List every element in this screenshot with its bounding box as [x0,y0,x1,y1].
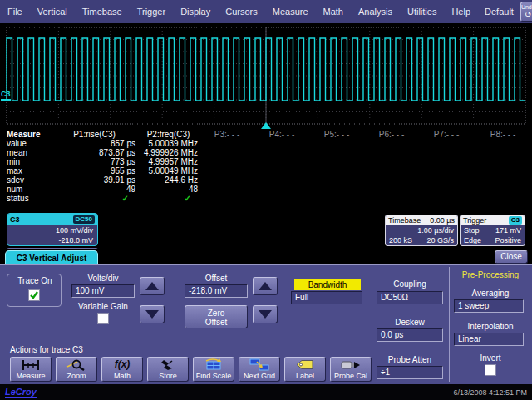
row-label-sdev: sdev [0,175,52,185]
math-action-label: Math [102,372,142,381]
undo-button[interactable]: Undo ↺ [520,2,532,22]
probe-cal-action-label: Probe Cal [331,372,371,381]
trigger-descriptor[interactable]: Trigger C3 Stop 171 mV Edge Positive [460,215,525,246]
interpolation-field[interactable]: Linear [454,333,524,346]
p2-min: 4.99957 MHz [137,157,200,166]
p8-header[interactable]: P8:- - - [474,130,532,139]
dialog-body: Trace On Volts/div 100 mV Variable Gain … [0,264,532,384]
next-grid-action-button[interactable]: Next Grid [239,357,280,382]
trigger-source-badge: C3 [509,216,522,225]
offset-up-button[interactable] [253,277,278,295]
close-button[interactable]: Close [495,250,528,264]
menu-help[interactable]: Help [444,7,478,17]
trace-on-checkbox[interactable] [28,289,40,301]
timebase-descriptor[interactable]: Timebase 0.00 µs 1.00 µs/div 200 kS 20 G… [385,215,458,246]
label-tag-icon [285,358,325,372]
menu-math[interactable]: Math [316,7,351,17]
p1-num: 49 [52,185,137,194]
menu-utilities[interactable]: Utilities [400,7,444,17]
timebase-title: Timebase [388,215,421,225]
find-scale-action-button[interactable]: Find Scale [193,357,234,382]
lecroy-logo: LeCroy [5,387,37,398]
probe-cal-action-button[interactable]: Probe Cal [330,357,372,382]
coupling-label: Coupling [377,279,443,289]
measure-row-num: num 49 48 [0,185,532,194]
next-grid-icon [239,358,279,372]
p1-header[interactable]: P1:rise(C3) [52,130,137,139]
undo-icon: ↺ [521,11,532,19]
measure-action-label: Measure [11,372,51,381]
trigger-slope: Positive [495,235,521,245]
menu-measure[interactable]: Measure [265,7,316,17]
p2-value: 5.00039 MHz [137,139,200,148]
volts-div-up-button[interactable] [140,277,165,295]
variable-gain-label: Variable Gain [71,302,135,311]
zoom-action-button[interactable]: Zoom [56,357,97,382]
invert-checkbox[interactable] [485,364,496,376]
timebase-scale: 1.00 µs/div [417,225,454,235]
down-arrow-icon [259,310,272,319]
averaging-label: Averaging [454,289,527,298]
p3-header[interactable]: P3:- - - [200,130,254,139]
down-arrow-icon [145,310,159,319]
channel-position-marker[interactable]: C3 [1,91,11,101]
menu-file[interactable]: File [0,7,30,17]
menu-vertical[interactable]: Vertical [30,7,75,17]
measure-action-button[interactable]: Measure [10,357,52,382]
p1-value: 857 ps [52,139,137,148]
volts-div-field[interactable]: 100 mV [71,284,135,298]
menu-trigger[interactable]: Trigger [130,7,173,17]
p1-status-check-icon: ✓ [52,194,137,203]
measure-row-min: min 773 ps 4.99957 MHz [0,157,532,166]
tab-c3-vertical-adjust[interactable]: C3 Vertical Adjust [5,250,98,264]
invert-label: Invert [454,353,527,363]
bandwidth-field[interactable]: Full [291,291,362,304]
p1-sdev: 39.91 ps [52,175,137,185]
row-label-num: num [0,185,52,194]
menu-display[interactable]: Display [173,7,218,17]
menu-timebase[interactable]: Timebase [75,7,130,17]
label-action-button[interactable]: Label [284,357,326,382]
probe-atten-field[interactable]: ÷1 [377,366,443,379]
p4-header[interactable]: P4:- - - [254,130,309,139]
p2-header[interactable]: P2:freq(C3) [137,130,200,139]
deskew-field[interactable]: 0.0 ps [377,328,443,342]
p2-status-check-icon: ✓ [137,194,200,203]
deskew-label: Deskew [377,318,443,327]
zero-offset-button[interactable]: Zero Offset [185,305,248,328]
measure-row-value: value 857 ps 5.00039 MHz [0,139,532,148]
measure-title: Measure [0,130,52,139]
menu-analysis[interactable]: Analysis [351,7,400,17]
store-action-button[interactable]: Store [147,357,189,382]
waveform-display [0,23,532,130]
p7-header[interactable]: P7:- - - [419,130,474,139]
averaging-field[interactable]: 1 sweep [454,299,524,313]
measure-row-status: status ✓ ✓ [0,194,532,203]
channel-name: C3 [10,215,20,224]
menu-cursors[interactable]: Cursors [218,7,265,17]
probe-cal-icon [331,358,371,372]
next-grid-action-label: Next Grid [239,372,279,381]
math-action-button[interactable]: f(x) Math [101,357,143,382]
up-arrow-icon [145,282,159,290]
variable-gain-checkbox[interactable] [97,313,109,324]
measure-icon [11,358,51,372]
trigger-type: Edge [464,235,481,245]
zoom-icon [57,358,96,372]
volts-div-down-button[interactable] [140,305,165,323]
preprocessing-heading: Pre-Processing [454,270,527,279]
default-setup-label[interactable]: Default [478,7,520,17]
dialog-tabstrip: C3 Vertical Adjust Close [0,249,532,264]
zero-offset-label-line1: Zero [185,309,247,318]
coupling-field[interactable]: DC50Ω [377,291,443,304]
row-label-status: status [0,194,52,203]
offset-field[interactable]: -218.0 mV [185,284,248,298]
row-label-mean: mean [0,148,52,157]
channel-c3-descriptor[interactable]: C3 DC50 100 mV/div -218.0 mV [7,213,98,246]
offset-down-button[interactable] [253,305,278,323]
p6-header[interactable]: P6:- - - [364,130,419,139]
preprocessing-divider [449,267,450,382]
p1-mean: 873.87 ps [52,148,137,157]
p1-max: 955 ps [52,166,137,175]
p5-header[interactable]: P5:- - - [309,130,364,139]
